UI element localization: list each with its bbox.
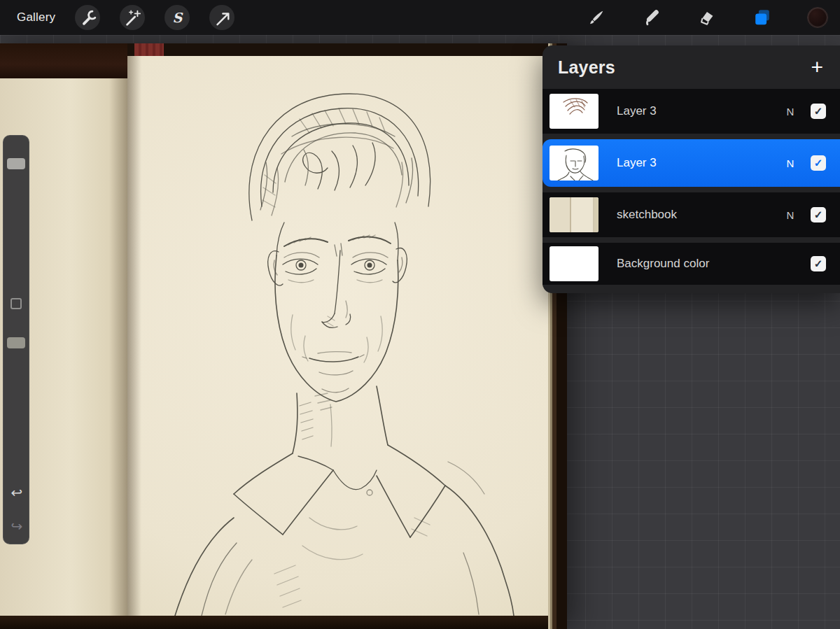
book-bottom-edge (0, 616, 548, 629)
layer-row-selected[interactable]: Layer 3 N ✓ (542, 139, 840, 187)
layer-thumbnail (550, 246, 598, 281)
transform-button[interactable] (209, 5, 234, 30)
layer-row[interactable]: Layer 3 N ✓ (542, 89, 840, 134)
page-gutter-shadow (109, 78, 127, 616)
brush-tool-button[interactable] (585, 6, 608, 29)
layers-panel-button[interactable] (751, 6, 774, 29)
toolbar-right-group (585, 6, 840, 29)
eraser-tool-button[interactable] (696, 6, 718, 29)
gallery-button[interactable]: Gallery (17, 10, 55, 24)
blend-mode-badge[interactable]: N (781, 106, 799, 118)
layer-thumbnail (550, 197, 598, 232)
check-icon: ✓ (814, 209, 823, 221)
pencil-portrait-sketch (134, 70, 540, 616)
layers-panel-title: Layers (558, 57, 615, 78)
brush-icon (587, 8, 606, 27)
visibility-checkbox[interactable]: ✓ (811, 155, 826, 171)
sketchbook-right-page (127, 56, 548, 616)
undo-button[interactable]: ↩ (4, 484, 30, 501)
background-color-row[interactable]: Background color ✓ (542, 243, 840, 285)
check-icon: ✓ (814, 157, 823, 169)
layer-thumbnail (550, 146, 598, 181)
modify-button[interactable] (10, 298, 22, 309)
selection-button[interactable]: S (164, 5, 190, 30)
redo-icon: ↪ (11, 518, 23, 534)
blend-mode-badge[interactable]: N (781, 157, 799, 169)
layers-panel: Layers + Layer 3 N ✓ (542, 45, 840, 293)
book-ribbon (134, 43, 164, 57)
blend-mode-badge[interactable]: N (781, 209, 799, 221)
artwork-canvas[interactable] (0, 43, 567, 629)
layer-row[interactable]: sketchbook N ✓ (542, 192, 840, 237)
undo-icon: ↩ (11, 485, 23, 500)
visibility-checkbox[interactable]: ✓ (811, 104, 826, 119)
eraser-icon (697, 8, 717, 27)
canvas-workspace[interactable]: ↩ ↪ Layers + Layer 3 (0, 35, 840, 629)
layer-name: Background color (617, 257, 781, 271)
layer-thumbnail (550, 94, 598, 129)
add-layer-button[interactable]: + (811, 57, 823, 78)
check-icon: ✓ (814, 257, 823, 270)
layers-icon (752, 8, 772, 27)
layer-name: Layer 3 (617, 156, 781, 170)
sketchbook-thumbnail (550, 197, 598, 232)
selection-icon: S (172, 11, 182, 24)
app-window: Gallery S (0, 0, 840, 629)
magic-wand-icon (123, 8, 141, 27)
transform-arrow-icon (213, 8, 231, 27)
actions-wrench-button[interactable] (75, 5, 100, 30)
layer-name: sketchbook (617, 208, 781, 222)
opacity-slider[interactable] (7, 337, 25, 348)
wrench-icon (78, 8, 97, 27)
layers-panel-header: Layers + (542, 45, 840, 89)
face-sketch-thumbnail (550, 146, 598, 181)
check-icon: ✓ (814, 105, 823, 118)
color-picker-button[interactable] (806, 6, 829, 29)
toolbar-left-group: Gallery S (0, 5, 234, 30)
book-cover-edge (0, 43, 127, 78)
smudge-tool-button[interactable] (640, 6, 663, 29)
redo-button[interactable]: ↪ (4, 518, 30, 535)
brush-size-slider[interactable] (7, 158, 25, 169)
visibility-checkbox[interactable]: ✓ (811, 256, 826, 271)
hair-sketch-thumbnail (550, 94, 598, 129)
side-toolbar: ↩ ↪ (3, 135, 29, 544)
active-color-swatch (807, 7, 828, 28)
smudge-icon (642, 8, 662, 27)
layer-name: Layer 3 (617, 104, 781, 118)
top-toolbar: Gallery S (0, 0, 840, 35)
visibility-checkbox[interactable]: ✓ (811, 207, 826, 222)
adjustments-button[interactable] (120, 5, 145, 30)
